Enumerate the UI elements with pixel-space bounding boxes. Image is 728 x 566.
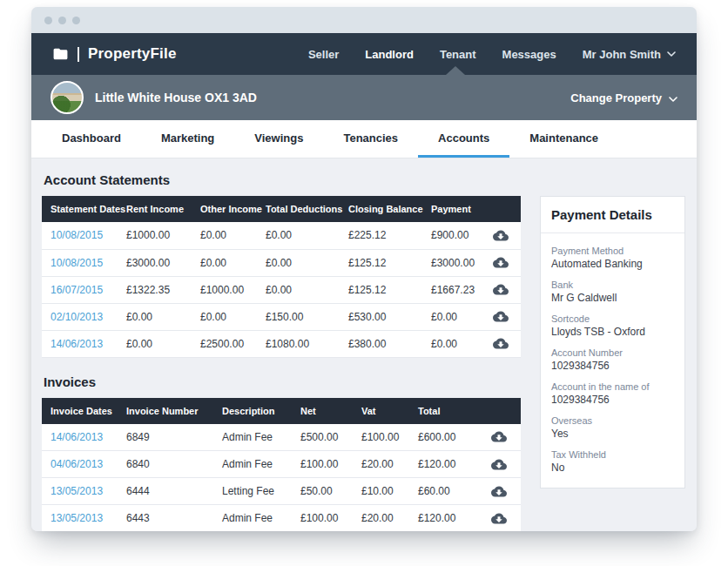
main-column: Account Statements Statement DatesRent I… [42, 171, 522, 531]
date-link[interactable]: 13/05/2013 [42, 505, 126, 532]
invoices-table: Invoice DatesInvoice NumberDescriptionNe… [42, 398, 521, 532]
download-cell [481, 276, 521, 303]
date-link[interactable]: 16/07/2015 [42, 276, 126, 303]
download-button[interactable] [492, 229, 509, 242]
nav-item-tenant[interactable]: Tenant [440, 48, 476, 61]
window-minimize-button[interactable] [58, 17, 66, 24]
column-header-net: Net [300, 398, 361, 424]
property-avatar [51, 81, 84, 114]
table-row: 14/06/2013£0.00£2500.00£1080.00£380.00£0… [42, 330, 521, 357]
cell-value: £1080.00 [266, 330, 348, 357]
date-link[interactable]: 14/06/2013 [42, 330, 126, 357]
nav-item-landlord[interactable]: Landlord [365, 48, 414, 61]
header-row: Statement DatesRent IncomeOther IncomeTo… [42, 196, 521, 222]
download-button[interactable] [492, 337, 509, 350]
cell-value: £1000.00 [126, 222, 200, 249]
column-header-invoice-number: Invoice Number [126, 398, 222, 424]
download-cell [476, 451, 521, 478]
field-label: Bank [551, 279, 674, 292]
field-label: Overseas [551, 414, 674, 428]
cell-value: £500.00 [300, 424, 361, 451]
statements-table: Statement DatesRent IncomeOther IncomeTo… [42, 196, 521, 358]
date-link[interactable]: 10/08/2015 [42, 222, 126, 249]
payment-detail-field: Tax WithheldNo [551, 448, 674, 475]
cloud-download-icon [492, 310, 509, 323]
tab-accounts[interactable]: Accounts [418, 120, 509, 158]
cell-value: 6444 [126, 478, 222, 505]
cell-value: Admin Fee [222, 424, 300, 451]
change-property-button[interactable]: Change Property [570, 91, 677, 104]
payment-detail-field: SortcodeLloyds TSB - Oxford [551, 313, 674, 339]
download-button[interactable] [492, 310, 509, 323]
property-name: Little White House OX1 3AD [95, 91, 257, 104]
cell-value: £125.12 [348, 276, 431, 303]
field-label: Payment Method [551, 245, 674, 258]
nav-item-seller[interactable]: Seller [308, 48, 339, 61]
property-bar: Little White House OX1 3AD Change Proper… [31, 75, 697, 120]
cell-value: £1322.35 [126, 276, 200, 303]
download-button[interactable] [490, 458, 508, 471]
date-link[interactable]: 13/05/2013 [42, 478, 126, 505]
column-header-total-deductions: Total Deductions [266, 196, 348, 222]
cell-value: £20.00 [361, 505, 418, 532]
field-value: Mr G Caldwell [551, 292, 674, 305]
download-button[interactable] [492, 256, 509, 269]
nav-item-mr-john-smith[interactable]: Mr John Smith [583, 48, 676, 61]
window-maximize-button[interactable] [72, 17, 80, 24]
cell-value: £2500.00 [200, 330, 266, 357]
field-value: 1029384756 [551, 360, 674, 373]
table-row: 04/06/20136840Admin Fee£100.00£20.00£120… [42, 451, 521, 478]
cell-value: £0.00 [126, 330, 200, 357]
tab-viewings[interactable]: Viewings [234, 120, 323, 158]
tab-tenancies[interactable]: Tenancies [323, 120, 418, 158]
download-cell [481, 303, 521, 330]
cell-value: £120.00 [418, 505, 476, 532]
cell-value: £0.00 [266, 276, 348, 303]
download-button[interactable] [492, 283, 509, 296]
tab-maintenance[interactable]: Maintenance [509, 120, 618, 158]
app-window: PropertyFile SellerLandlordTenantMessage… [31, 7, 697, 531]
nav-item-messages[interactable]: Messages [502, 48, 556, 61]
column-header-closing-balance: Closing Balance [348, 196, 431, 222]
tab-dashboard[interactable]: Dashboard [42, 120, 141, 158]
table-row: 13/05/20136444Letting Fee£50.00£10.00£60… [42, 478, 521, 505]
cell-value: £60.00 [418, 478, 476, 505]
cell-value: £10.00 [361, 478, 418, 505]
cloud-download-icon [490, 458, 508, 471]
cell-value: £380.00 [348, 330, 431, 357]
date-link[interactable]: 04/06/2013 [42, 451, 126, 478]
cell-value: Admin Fee [222, 451, 300, 478]
brand-name: PropertyFile [88, 45, 177, 63]
download-button[interactable] [490, 512, 508, 525]
cell-value: £100.00 [361, 424, 418, 451]
date-link[interactable]: 02/10/2013 [42, 303, 126, 330]
tab-marketing[interactable]: Marketing [141, 120, 234, 158]
field-value: Lloyds TSB - Oxford [551, 326, 674, 339]
browser-chrome [31, 7, 697, 33]
download-button[interactable] [490, 485, 508, 498]
table-row: 02/10/2013£0.00£0.00£150.00£530.00£0.00 [42, 303, 521, 330]
active-nav-pointer [446, 66, 465, 75]
column-header-payment: Payment [431, 196, 481, 222]
cloud-download-icon [492, 256, 509, 269]
statements-title: Account Statements [44, 172, 522, 187]
cell-value: 6849 [126, 424, 222, 451]
download-button[interactable] [490, 430, 508, 443]
field-label: Account in the name of [551, 381, 674, 394]
chevron-down-icon [669, 97, 677, 102]
column-header-description: Description [222, 398, 300, 424]
brand-logo[interactable]: PropertyFile [52, 45, 177, 63]
cell-value: £0.00 [126, 303, 200, 330]
cell-value: £600.00 [418, 424, 476, 451]
date-link[interactable]: 14/06/2013 [42, 424, 126, 451]
download-cell [481, 249, 521, 276]
window-close-button[interactable] [44, 17, 52, 24]
table-row: 10/08/2015£1000.00£0.00£0.00£225.12£900.… [42, 222, 521, 249]
date-link[interactable]: 10/08/2015 [42, 249, 126, 276]
cell-value: £0.00 [200, 222, 266, 249]
cloud-download-icon [490, 430, 508, 443]
column-header-statement-dates: Statement Dates [42, 196, 126, 222]
primary-nav: SellerLandlordTenantMessagesMr John Smit… [308, 48, 676, 61]
cloud-download-icon [492, 337, 509, 350]
download-cell [476, 478, 521, 505]
